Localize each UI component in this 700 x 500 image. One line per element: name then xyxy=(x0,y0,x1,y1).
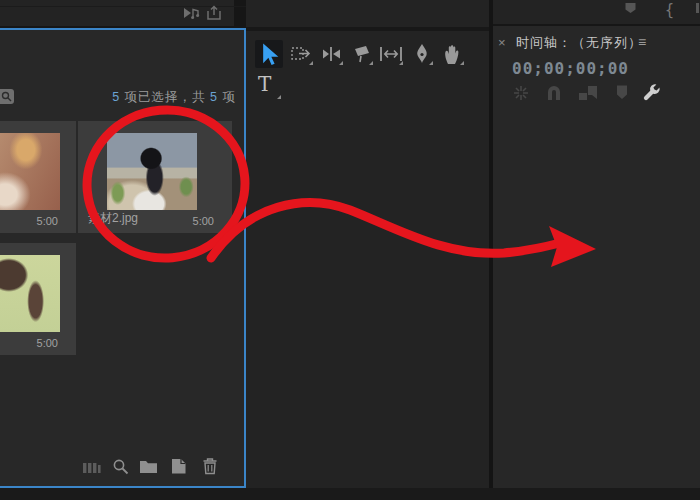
timeline-panel: × 时间轴：（无序列） ≡ 00;00;00;00 xyxy=(493,26,700,488)
clip-duration: 5:00 xyxy=(193,215,214,227)
type-tool[interactable]: T xyxy=(258,74,282,100)
play-audio-icon[interactable] xyxy=(183,6,200,21)
add-marker-icon[interactable] xyxy=(615,84,629,100)
new-bin-folder-icon[interactable] xyxy=(139,459,158,474)
delete-trash-icon[interactable] xyxy=(202,457,218,475)
close-icon[interactable]: × xyxy=(498,35,506,50)
bottom-edge-strip xyxy=(0,488,700,500)
slip-tool[interactable] xyxy=(378,42,404,66)
panel-menu-icon[interactable]: ≡ xyxy=(638,34,646,50)
program-monitor-strip: { xyxy=(493,0,700,24)
icon-view-zoom-bars-icon[interactable] xyxy=(82,460,102,476)
subtool-indicator xyxy=(460,61,464,65)
export-frame-icon[interactable] xyxy=(206,5,222,21)
selected-text: 项已选择，共 xyxy=(120,90,210,104)
partial-button-glyph: { xyxy=(665,1,674,19)
total-count: 5 xyxy=(210,90,218,104)
clipped-icon xyxy=(696,3,699,13)
selection-status: 5 项已选择，共 5 项 xyxy=(112,89,236,106)
ripple-edit-tool[interactable] xyxy=(320,42,344,66)
subtool-indicator xyxy=(339,61,343,65)
premiere-workspace: T 5 项已选择，共 5 项 5:00 素材2.jpg 5:00 5:00 xyxy=(0,0,700,500)
marker-icon[interactable] xyxy=(624,2,637,14)
subtool-indicator xyxy=(277,95,281,99)
type-tool-glyph: T xyxy=(258,72,271,96)
subtool-indicator xyxy=(309,61,313,65)
tools-panel: T xyxy=(246,0,490,500)
clip-duration: 5:00 xyxy=(37,215,58,227)
track-select-forward-tool[interactable] xyxy=(290,42,314,66)
search-icon[interactable] xyxy=(112,458,129,475)
media-tile[interactable]: 5:00 xyxy=(0,243,76,355)
total-text: 项 xyxy=(218,90,236,104)
timecode-display[interactable]: 00;00;00;00 xyxy=(512,59,629,78)
media-tile[interactable]: 5:00 xyxy=(0,121,76,233)
media-tile-su-cai-2[interactable]: 素材2.jpg 5:00 xyxy=(78,121,232,233)
subtool-indicator xyxy=(399,61,403,65)
thumbnail-camera-woman-photo xyxy=(107,133,197,210)
linked-selection-icon[interactable] xyxy=(578,84,598,102)
snap-magnet-icon[interactable] xyxy=(545,84,563,102)
clip-duration: 5:00 xyxy=(37,337,58,349)
razor-tool[interactable] xyxy=(350,42,374,66)
project-panel-toolbar xyxy=(0,457,246,479)
hand-tool[interactable] xyxy=(439,42,465,66)
thumbnail-anime-illustration xyxy=(0,255,60,332)
subtool-indicator xyxy=(429,61,433,65)
subtool-indicator xyxy=(369,61,373,65)
panel-gap xyxy=(246,27,490,31)
timeline-tab-title[interactable]: 时间轴：（无序列） xyxy=(516,34,642,52)
timeline-settings-wrench-icon[interactable] xyxy=(641,82,661,102)
nest-insert-icon[interactable] xyxy=(512,84,530,102)
pen-tool[interactable] xyxy=(410,42,434,66)
selected-count: 5 xyxy=(112,90,120,104)
new-item-icon[interactable] xyxy=(170,457,187,475)
selection-tool[interactable] xyxy=(255,40,283,68)
source-monitor-strip xyxy=(0,0,234,26)
clip-name: 素材2.jpg xyxy=(88,210,138,227)
search-input[interactable] xyxy=(0,89,14,104)
thumbnail-cosplay-photo xyxy=(0,133,60,210)
project-panel: 5 项已选择，共 5 项 5:00 素材2.jpg 5:00 5:00 xyxy=(0,28,246,488)
